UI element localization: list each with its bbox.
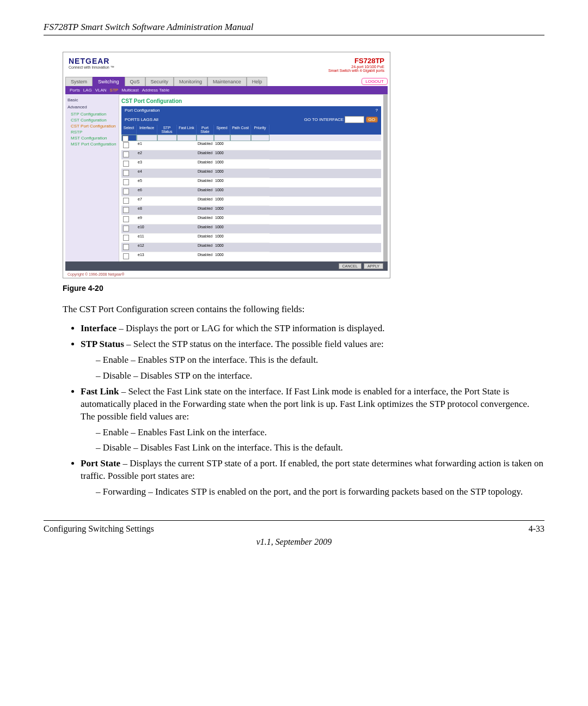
sidebar-link-rstp[interactable]: RSTP (71, 130, 117, 135)
cell-speed: 1000 (214, 243, 230, 252)
cell-portstate: Disabled (197, 160, 214, 169)
col-interface: Interface (137, 125, 157, 135)
row-checkbox[interactable] (123, 253, 129, 259)
row-checkbox[interactable] (123, 179, 129, 185)
cell-speed: 1000 (214, 150, 230, 160)
cell-portstate: Disabled (197, 197, 214, 206)
sidebar-group-advanced[interactable]: Advanced (68, 105, 117, 109)
product-sub2: Smart Switch with 4 Gigabit ports (328, 69, 384, 72)
sidebar-link-cstconfig[interactable]: CST Configuration (71, 118, 117, 123)
cell-portstate: Disabled (197, 224, 214, 234)
tab-switching[interactable]: Switching (93, 77, 125, 86)
cell-portstate: Disabled (197, 206, 214, 215)
fastlink-enable: Enable – Enables Fast Link on the interf… (96, 427, 544, 439)
panel-titlebar: Port Configuration ? (121, 106, 381, 114)
copyright: Copyright © 1996-2008 Netgear® (63, 271, 390, 278)
table-header: Select Interface STP Status Fast Link Po… (121, 125, 381, 135)
tab-maintenance[interactable]: Maintenance (207, 77, 247, 86)
table-row: e5Disabled1000 (121, 178, 381, 187)
row-checkbox[interactable] (123, 142, 129, 148)
sidebar-group-basic[interactable]: Basic (68, 98, 117, 102)
help-icon[interactable]: ? (376, 108, 378, 113)
subtab-lag[interactable]: LAG (83, 88, 92, 93)
fastlink-disable: Disable – Disables Fast Link on the inte… (96, 442, 544, 454)
tab-security[interactable]: Security (145, 77, 174, 86)
table-row: e9Disabled1000 (121, 215, 381, 224)
cell-speed: 1000 (214, 252, 230, 261)
subtab-addresstable[interactable]: Address Table (142, 88, 170, 93)
cell-portstate: Disabled (197, 187, 214, 197)
field-fastlink: Fast Link – Select the Fast Link state o… (81, 386, 544, 455)
field-stpstatus: STP Status – Select the STP status on th… (81, 338, 544, 382)
cell-interface: e2 (137, 150, 157, 160)
cell-portstate: Disabled (197, 252, 214, 261)
cell-speed: 1000 (214, 197, 230, 206)
row-checkbox[interactable] (123, 235, 129, 241)
go-button[interactable]: GO (366, 117, 378, 123)
tab-qos[interactable]: QoS (125, 77, 145, 86)
footer-version: v1.1, September 2009 (44, 537, 544, 547)
subtab-stp[interactable]: STP (110, 88, 119, 93)
apply-button[interactable]: APPLY (364, 263, 383, 269)
cell-interface: e5 (137, 178, 157, 187)
cell-speed: 1000 (214, 215, 230, 224)
cell-portstate: Disabled (197, 243, 214, 252)
sidebar-link-mstportconfig[interactable]: MST Port Configuration (71, 142, 117, 147)
cell-interface: e11 (137, 234, 157, 243)
cell-portstate: Disabled (197, 234, 214, 243)
cell-interface: e4 (137, 169, 157, 178)
row-checkbox[interactable] (123, 188, 129, 194)
table-row: e12Disabled1000 (121, 243, 381, 252)
page-footer: Configuring Switching Settings 4-33 v1.1… (44, 520, 544, 547)
col-portstate: Port State (197, 125, 214, 135)
sidebar-link-mstconfig[interactable]: MST Configuration (71, 136, 117, 141)
figure-label: Figure 4-20 (63, 284, 544, 293)
row-checkbox[interactable] (123, 207, 129, 213)
tab-system[interactable]: System (65, 77, 93, 86)
filter-row[interactable] (121, 135, 381, 141)
sidebar-link-cstportconfig[interactable]: CST Port Configuration (71, 124, 117, 129)
row-checkbox[interactable] (123, 161, 129, 167)
sidebar-link-stpconfig[interactable]: STP Configuration (71, 112, 117, 117)
row-checkbox[interactable] (123, 151, 129, 157)
goto-interface-input[interactable] (345, 116, 364, 123)
row-checkbox[interactable] (123, 244, 129, 250)
product-sub1: 24-port 10/100 PoE (328, 65, 384, 69)
cell-speed: 1000 (214, 206, 230, 215)
cell-interface: e12 (137, 243, 157, 252)
brand-logo: NETGEAR (69, 57, 114, 65)
row-checkbox[interactable] (123, 170, 129, 176)
subtab-ports[interactable]: Ports (70, 88, 80, 93)
stpstatus-disable: Disable – Disables STP on the interface. (96, 370, 544, 382)
cell-speed: 1000 (214, 169, 230, 178)
table-row: e8Disabled1000 (121, 206, 381, 215)
cell-interface: e8 (137, 206, 157, 215)
footer-left: Configuring Switching Settings (44, 524, 154, 534)
tab-monitoring[interactable]: Monitoring (174, 77, 207, 86)
intro-text: The CST Port Configuration screen contai… (63, 303, 544, 316)
field-interface: Interface – Displays the port or LAG for… (81, 322, 544, 335)
ports-lags-all[interactable]: PORTS LAGS All (125, 117, 158, 122)
product-name: FS728TP (328, 57, 384, 65)
table-row: e6Disabled1000 (121, 187, 381, 197)
row-checkbox[interactable] (123, 198, 129, 204)
row-checkbox[interactable] (123, 226, 129, 232)
brand-tagline: Connect with Innovation ™ (69, 65, 114, 69)
cell-portstate: Disabled (197, 215, 214, 224)
goto-interface-label: GO TO INTERFACE (304, 117, 344, 122)
cell-interface: e3 (137, 160, 157, 169)
cell-speed: 1000 (214, 160, 230, 169)
cancel-button[interactable]: CANCEL (339, 263, 362, 269)
sidebar: Basic Advanced STP Configuration CST Con… (65, 94, 119, 261)
cell-speed: 1000 (214, 187, 230, 197)
logout-button[interactable]: LOGOUT (362, 78, 388, 85)
subtab-vlan[interactable]: VLAN (95, 88, 107, 93)
tab-help[interactable]: Help (247, 77, 268, 86)
cell-speed: 1000 (214, 141, 230, 150)
cell-speed: 1000 (214, 234, 230, 243)
row-checkbox[interactable] (123, 216, 129, 222)
cell-portstate: Disabled (197, 141, 214, 150)
cell-interface: e13 (137, 252, 157, 261)
table-row: e10Disabled1000 (121, 224, 381, 234)
subtab-multicast[interactable]: Multicast (121, 88, 139, 93)
